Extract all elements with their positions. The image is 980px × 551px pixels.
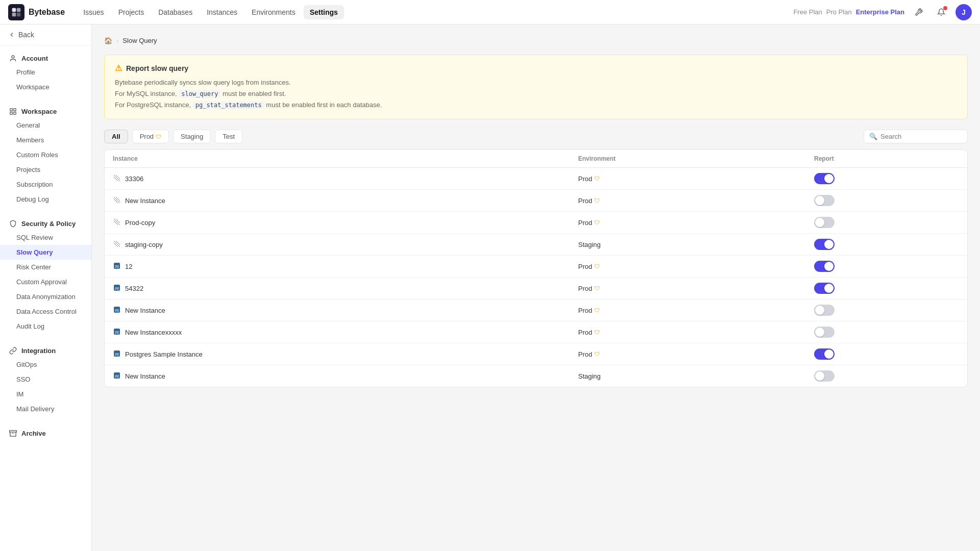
sidebar-item-custom-roles[interactable]: Custom Roles	[0, 147, 91, 162]
report-cell	[806, 321, 967, 343]
home-icon[interactable]: 🏠	[104, 37, 112, 44]
sidebar-item-custom-approval[interactable]: Custom Approval	[0, 274, 91, 289]
sidebar-item-subscription[interactable]: Subscription	[0, 177, 91, 192]
breadcrumb-sep: ›	[116, 37, 118, 44]
svg-text:pg: pg	[115, 373, 119, 378]
sidebar-item-gitops[interactable]: GitOps	[0, 357, 91, 372]
environment-cell: Prod 🛡	[570, 321, 806, 343]
report-toggle-4[interactable]	[814, 261, 835, 272]
person-icon	[8, 54, 17, 63]
tools-icon-btn[interactable]	[911, 4, 927, 20]
pro-plan-link[interactable]: Pro Plan	[826, 8, 852, 16]
report-toggle-0[interactable]	[814, 173, 835, 184]
environment-cell: Prod 🛡	[570, 212, 806, 234]
table-row: pg Postgres Sample Instance Prod 🛡	[105, 343, 967, 365]
sidebar-item-sso[interactable]: SSO	[0, 372, 91, 387]
db-icon: pg	[113, 328, 121, 337]
user-avatar[interactable]: J	[955, 4, 972, 20]
table-row: pg 12 Prod 🛡	[105, 256, 967, 278]
svg-rect-0	[12, 8, 16, 12]
svg-rect-9	[9, 430, 16, 432]
report-cell	[806, 343, 967, 365]
warning-icon: ⚠	[115, 63, 122, 73]
account-label: Account	[21, 55, 48, 62]
sidebar-item-debug-log[interactable]: Debug Log	[0, 192, 91, 207]
sidebar-item-workspace-account[interactable]: Workspace	[0, 80, 91, 94]
filter-all[interactable]: All	[104, 130, 128, 143]
report-toggle-3[interactable]	[814, 239, 835, 250]
bell-icon-btn[interactable]	[933, 4, 949, 20]
sidebar-item-mail-delivery[interactable]: Mail Delivery	[0, 402, 91, 416]
environment-cell: Prod 🛡	[570, 299, 806, 321]
instances-table-element: Instance Environment Report 33306 Prod 🛡	[105, 150, 967, 387]
sidebar-item-audit-log[interactable]: Audit Log	[0, 319, 91, 334]
svg-rect-1	[17, 8, 21, 12]
report-toggle-7[interactable]	[814, 327, 835, 338]
search-box[interactable]: 🔍	[864, 130, 968, 143]
security-label: Security & Policy	[21, 220, 76, 228]
instance-name: New Instance	[125, 197, 165, 205]
sidebar-header-archive[interactable]: Archive	[0, 424, 91, 440]
instance-cell: 33306	[105, 168, 570, 190]
filters-row: All Prod 🛡 Staging Test 🔍	[104, 130, 968, 143]
back-button[interactable]: Back	[0, 24, 91, 45]
env-shield-icon: 🛡	[594, 285, 600, 291]
info-code1: slow_query	[179, 90, 220, 98]
filter-prod[interactable]: Prod 🛡	[132, 130, 169, 143]
nav-projects[interactable]: Projects	[112, 5, 151, 19]
top-navbar: Bytebase Issues Projects Databases Insta…	[0, 0, 980, 24]
nav-environments[interactable]: Environments	[246, 5, 302, 19]
db-icon: pg	[113, 349, 121, 359]
sidebar-item-risk-center[interactable]: Risk Center	[0, 260, 91, 274]
free-plan-link[interactable]: Free Plan	[793, 8, 822, 16]
sidebar-item-profile[interactable]: Profile	[0, 65, 91, 80]
instance-cell: New Instance	[105, 190, 570, 212]
nav-instances[interactable]: Instances	[201, 5, 243, 19]
sidebar-item-general[interactable]: General	[0, 118, 91, 133]
svg-text:pg: pg	[115, 352, 119, 356]
sidebar-header-account: Account	[0, 49, 91, 65]
svg-rect-7	[13, 112, 15, 114]
env-shield-icon: 🛡	[594, 219, 600, 226]
table-row: pg New Instance Prod 🛡	[105, 299, 967, 321]
table-row: pg New Instancexxxxx Prod 🛡	[105, 321, 967, 343]
nav-issues[interactable]: Issues	[77, 5, 110, 19]
report-toggle-5[interactable]	[814, 283, 835, 294]
table-row: Prod-copy Prod 🛡	[105, 212, 967, 234]
sidebar-item-sql-review[interactable]: SQL Review	[0, 230, 91, 245]
logo-icon	[8, 4, 24, 20]
nav-databases[interactable]: Databases	[152, 5, 199, 19]
search-input[interactable]	[880, 133, 962, 140]
env-shield-icon: 🛡	[594, 263, 600, 269]
instance-name: 54322	[125, 285, 143, 292]
filter-test[interactable]: Test	[215, 130, 242, 143]
info-box-body: Bytebase periodically syncs slow query l…	[115, 77, 957, 111]
env-label: Prod	[578, 197, 592, 205]
sidebar-item-data-anon[interactable]: Data Anonymization	[0, 289, 91, 304]
col-instance: Instance	[105, 150, 570, 168]
svg-rect-2	[12, 12, 16, 16]
logo[interactable]: Bytebase	[8, 4, 65, 20]
info-box-title: ⚠ Report slow query	[115, 63, 957, 73]
nav-settings[interactable]: Settings	[304, 5, 344, 19]
filter-staging[interactable]: Staging	[173, 130, 211, 143]
integration-label: Integration	[21, 347, 56, 355]
report-toggle-6[interactable]	[814, 305, 835, 316]
sidebar-item-members[interactable]: Members	[0, 133, 91, 147]
report-toggle-1[interactable]	[814, 195, 835, 206]
sidebar-item-slow-query[interactable]: Slow Query	[0, 245, 91, 260]
table-row: 33306 Prod 🛡	[105, 168, 967, 190]
sidebar-item-data-access[interactable]: Data Access Control	[0, 304, 91, 319]
sidebar-item-projects[interactable]: Projects	[0, 162, 91, 177]
enterprise-plan-link[interactable]: Enterprise Plan	[856, 8, 904, 16]
notification-dot	[943, 6, 947, 10]
instance-cell: pg New Instance	[105, 365, 570, 387]
env-label: Prod	[578, 263, 592, 270]
instance-name: New Instance	[125, 372, 165, 380]
report-toggle-8[interactable]	[814, 348, 835, 360]
sidebar-item-im[interactable]: IM	[0, 387, 91, 402]
env-label: Staging	[578, 241, 601, 248]
nav-items: Issues Projects Databases Instances Envi…	[77, 5, 344, 19]
report-toggle-2[interactable]	[814, 217, 835, 228]
report-toggle-9[interactable]	[814, 370, 835, 382]
